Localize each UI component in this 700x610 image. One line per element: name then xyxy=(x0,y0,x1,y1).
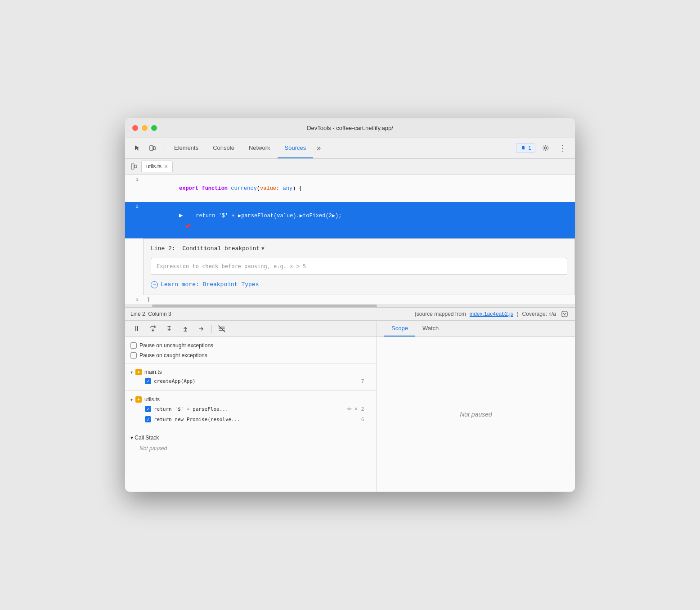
line-content-1: export function currency(value: any) { xyxy=(143,175,575,202)
status-bar: Line 2, Column 3 (source mapped from ind… xyxy=(125,308,575,320)
pause-caught-item: Pause on caught exceptions xyxy=(125,350,377,360)
close-button[interactable] xyxy=(132,125,138,131)
tab-sources[interactable]: Sources xyxy=(278,138,314,158)
file-header-utils[interactable]: ▾ ● utils.ts xyxy=(130,395,371,404)
code-editor[interactable]: 1 export function currency(value: any) {… xyxy=(125,175,575,304)
deactivate-breakpoints-button[interactable] xyxy=(215,323,228,335)
bottom-area: ⏸ xyxy=(125,321,575,492)
line-content-3: } xyxy=(143,295,575,304)
bp-parsefloat-checkbox[interactable] xyxy=(145,406,151,412)
notification-badge[interactable]: 1 xyxy=(516,143,535,153)
horizontal-scrollbar[interactable] xyxy=(125,304,575,308)
editor-area: utils.ts × 1 export function currency(va… xyxy=(125,159,575,321)
remove-breakpoint-icon[interactable]: × xyxy=(354,405,359,413)
file-section-main: ▾ ● main.ts createApp(App) 7 xyxy=(125,366,377,388)
call-stack-status: Not paused xyxy=(125,444,377,453)
editor-tabs: utils.ts × xyxy=(125,159,575,175)
debug-toolbar-separator xyxy=(211,325,212,333)
more-options-icon[interactable]: ⋮ xyxy=(556,141,570,155)
toolbar-right: 1 ⋮ xyxy=(516,141,570,155)
divider-1 xyxy=(125,363,377,363)
source-mapped-prefix: (source mapped from xyxy=(415,311,466,317)
tab-more-icon[interactable]: » xyxy=(313,144,324,152)
settings-icon[interactable] xyxy=(539,141,552,155)
filename-main: main.ts xyxy=(144,369,162,375)
divider-2 xyxy=(125,390,377,391)
scope-content: Not paused xyxy=(377,337,575,492)
tab-filename: utils.ts xyxy=(146,163,162,170)
scope-not-paused: Not paused xyxy=(460,411,492,418)
tab-elements[interactable]: Elements xyxy=(167,138,206,158)
step-button[interactable] xyxy=(195,323,208,335)
inspect-icon[interactable] xyxy=(130,141,144,155)
minimize-button[interactable] xyxy=(142,125,148,131)
bp-createapp-checkbox[interactable] xyxy=(145,378,151,384)
code-line-1: 1 export function currency(value: any) { xyxy=(125,175,575,202)
svg-rect-5 xyxy=(135,165,137,168)
tab-scope[interactable]: Scope xyxy=(384,321,415,336)
source-mapped-link[interactable]: index.1ac4eab2.js xyxy=(470,311,513,317)
tab-close-icon[interactable]: × xyxy=(164,163,168,170)
svg-point-3 xyxy=(545,147,547,149)
file-section-utils: ▾ ● utils.ts return '$' + parseFloa... ✏… xyxy=(125,394,377,426)
pause-uncaught-checkbox[interactable] xyxy=(130,342,137,349)
bp-entry-createapp: createApp(App) 7 xyxy=(130,376,371,386)
tab-watch[interactable]: Watch xyxy=(415,321,446,336)
cursor-position: Line 2, Column 3 xyxy=(130,311,171,317)
bp-line-label: Line 2: xyxy=(151,244,175,253)
bp-condition-input[interactable]: Expression to check before pausing, e.g.… xyxy=(151,258,567,275)
notification-count: 1 xyxy=(528,145,531,151)
line-number-1: 1 xyxy=(125,175,143,184)
debug-toolbar: ⏸ xyxy=(125,321,377,337)
file-tab-utils[interactable]: utils.ts × xyxy=(141,161,173,172)
top-toolbar: Elements Console Network Sources » 1 xyxy=(125,138,575,159)
status-right: (source mapped from index.1ac4eab2.js ) … xyxy=(415,309,570,319)
svg-rect-2 xyxy=(523,150,524,151)
file-icon-main: ● xyxy=(135,369,142,375)
divider-3 xyxy=(125,429,377,429)
call-stack-header[interactable]: ▾ Call Stack xyxy=(125,432,377,444)
maximize-button[interactable] xyxy=(151,125,157,131)
pause-caught-checkbox[interactable] xyxy=(130,352,137,359)
tab-console[interactable]: Console xyxy=(206,138,242,158)
bp-link-circle-icon: → xyxy=(151,281,158,288)
svg-rect-0 xyxy=(150,146,153,150)
bp-promise-line: 6 xyxy=(361,417,366,422)
right-panel: Scope Watch Not paused xyxy=(377,321,575,492)
bp-type-label: Conditional breakpoint xyxy=(182,244,260,253)
bp-dropdown-arrow-icon[interactable]: ▼ xyxy=(261,244,265,253)
step-over-button[interactable] xyxy=(147,323,159,335)
code-line-2: 2 ▶ return '$' + ▶parseFloat(value).▶toF… xyxy=(125,202,575,238)
bp-learn-more-text: Learn more: Breakpoint Types xyxy=(161,280,259,289)
breakpoints-list: Pause on uncaught exceptions Pause on ca… xyxy=(125,337,377,492)
bp-learn-more-link[interactable]: → Learn more: Breakpoint Types xyxy=(151,280,567,289)
pause-resume-button[interactable]: ⏸ xyxy=(130,323,143,335)
file-header-main[interactable]: ▾ ● main.ts xyxy=(130,368,371,376)
toolbar-separator xyxy=(163,144,163,152)
title-bar: DevTools - coffee-cart.netlify.app/ xyxy=(125,118,575,138)
tab-network[interactable]: Network xyxy=(242,138,278,158)
bp-parsefloat-line: 2 xyxy=(361,406,366,412)
panel-expand-icon[interactable] xyxy=(129,161,139,172)
step-out-button[interactable] xyxy=(179,323,192,335)
scrollbar-thumb[interactable] xyxy=(152,305,377,307)
breakpoint-popup: Line 2: Conditional breakpoint ▼ Express… xyxy=(143,238,575,295)
main-tab-nav: Elements Console Network Sources » xyxy=(167,138,514,158)
bp-parsefloat-text: return '$' + parseFloa... xyxy=(154,406,344,412)
edit-breakpoint-icon[interactable]: ✏ xyxy=(346,405,353,413)
bp-entry-parsefloat: return '$' + parseFloa... ✏ × 2 ➥ xyxy=(130,404,371,414)
window-controls xyxy=(132,125,157,131)
pause-uncaught-item: Pause on uncaught exceptions xyxy=(125,341,377,350)
step-into-button[interactable] xyxy=(163,323,175,335)
coverage-expand-icon[interactable] xyxy=(560,309,570,319)
bp-promise-checkbox[interactable] xyxy=(145,416,151,422)
window-title: DevTools - coffee-cart.netlify.app/ xyxy=(307,125,393,131)
svg-rect-1 xyxy=(153,147,155,150)
svg-rect-4 xyxy=(131,164,134,169)
collapse-arrow-utils: ▾ xyxy=(130,397,133,402)
coverage-label: Coverage: n/a xyxy=(522,311,556,317)
line-number-3: 3 xyxy=(125,295,143,304)
device-toolbar-icon[interactable] xyxy=(146,141,159,155)
file-icon-utils: ● xyxy=(135,396,142,403)
pause-caught-label: Pause on caught exceptions xyxy=(139,352,207,359)
